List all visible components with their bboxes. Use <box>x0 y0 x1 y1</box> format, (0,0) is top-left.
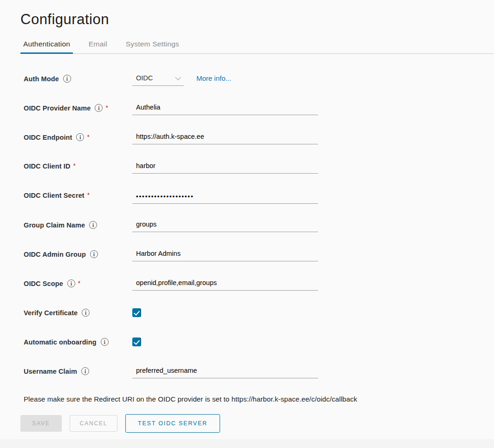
form-row-verify-certificate: Verify Certificate i <box>24 307 494 324</box>
group-claim-name-input[interactable] <box>132 220 318 232</box>
auth-config-form: Auth Mode i OIDC More info... OIDC Provi… <box>20 73 494 383</box>
tab-bar: Authentication Email System Settings <box>20 40 494 54</box>
form-row-automatic-onboarding: Automatic onboarding i <box>24 337 494 353</box>
auth-mode-select[interactable]: OIDC <box>132 73 184 86</box>
info-icon[interactable]: i <box>90 250 98 258</box>
auth-mode-selected-value: OIDC <box>136 74 153 82</box>
username-claim-input[interactable] <box>132 366 318 378</box>
automatic-onboarding-checkbox[interactable] <box>132 338 141 346</box>
oidc-scope-label: OIDC Scope <box>24 280 63 287</box>
username-claim-label: Username Claim <box>24 368 77 375</box>
cancel-button[interactable]: CANCEL <box>70 415 117 432</box>
form-row-oidc-provider-name: OIDC Provider Name i * <box>24 103 494 119</box>
action-buttons: SAVE CANCEL TEST OIDC SERVER <box>20 414 494 433</box>
page-title: Configuration <box>20 11 494 28</box>
info-icon[interactable]: i <box>81 367 89 375</box>
required-asterisk: * <box>105 104 108 111</box>
required-asterisk: * <box>73 162 76 169</box>
automatic-onboarding-label: Automatic onboarding <box>24 338 97 346</box>
verify-certificate-label: Verify Certificate <box>24 309 78 317</box>
form-row-oidc-endpoint: OIDC Endpoint i * <box>24 132 494 149</box>
form-row-oidc-client-id: OIDC Client ID * <box>24 161 494 178</box>
required-asterisk: * <box>87 133 89 141</box>
oidc-provider-name-label: OIDC Provider Name <box>24 104 91 112</box>
redirect-uri-hint: Please make sure the Redirect URI on the… <box>20 395 494 403</box>
form-row-oidc-scope: OIDC Scope i * <box>24 278 494 295</box>
tab-authentication[interactable]: Authentication <box>20 40 73 53</box>
test-oidc-server-button[interactable]: TEST OIDC SERVER <box>125 414 220 433</box>
tab-email[interactable]: Email <box>86 40 110 53</box>
form-row-oidc-client-secret: OIDC Client Secret * <box>24 190 494 207</box>
verify-certificate-checkbox[interactable] <box>132 308 141 317</box>
info-icon[interactable]: i <box>95 104 103 112</box>
more-info-link[interactable]: More info... <box>196 73 231 82</box>
form-row-username-claim: Username Claim i <box>24 366 494 383</box>
oidc-client-id-label: OIDC Client ID <box>24 162 71 170</box>
info-icon[interactable]: i <box>101 338 109 346</box>
tab-system-settings[interactable]: System Settings <box>123 40 182 53</box>
oidc-provider-name-input[interactable] <box>132 103 318 115</box>
form-row-oidc-admin-group: OIDC Admin Group i <box>24 249 494 266</box>
info-icon[interactable]: i <box>63 75 71 83</box>
info-icon[interactable]: i <box>89 221 97 229</box>
footer-strip <box>0 439 494 448</box>
info-icon[interactable]: i <box>82 309 90 317</box>
required-asterisk: * <box>87 191 90 199</box>
oidc-client-secret-input[interactable] <box>132 190 318 204</box>
oidc-client-secret-label: OIDC Client Secret <box>24 192 84 199</box>
chevron-down-icon <box>175 74 181 80</box>
save-button[interactable]: SAVE <box>20 415 62 432</box>
auth-mode-label: Auth Mode <box>24 75 59 83</box>
required-asterisk: * <box>78 279 80 287</box>
oidc-admin-group-input[interactable] <box>132 249 318 261</box>
oidc-endpoint-label: OIDC Endpoint <box>24 134 72 141</box>
form-row-group-claim-name: Group Claim Name i <box>24 220 494 236</box>
oidc-endpoint-input[interactable] <box>132 132 318 144</box>
info-icon[interactable]: i <box>76 133 84 141</box>
oidc-scope-input[interactable] <box>132 278 318 291</box>
info-icon[interactable]: i <box>67 279 75 287</box>
oidc-client-id-input[interactable] <box>132 161 318 174</box>
configuration-page: Configuration Authentication Email Syste… <box>0 0 494 448</box>
oidc-admin-group-label: OIDC Admin Group <box>24 251 86 258</box>
form-row-auth-mode: Auth Mode i OIDC More info... <box>24 73 494 90</box>
group-claim-name-label: Group Claim Name <box>24 221 85 229</box>
